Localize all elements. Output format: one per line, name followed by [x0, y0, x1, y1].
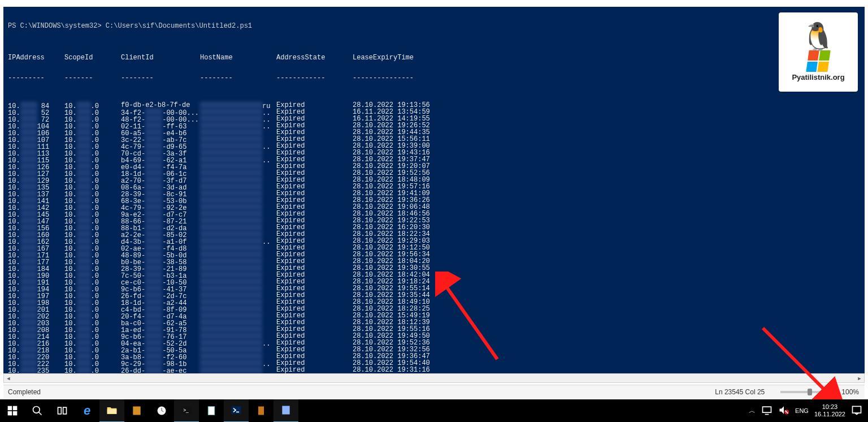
cell-clientid: ba-c0--62-a5 — [121, 319, 200, 326]
cell-clientid: 4c-79--92-2e — [121, 204, 200, 210]
tray-volume-muted-icon[interactable] — [778, 404, 789, 417]
cell-hostname — [200, 129, 276, 136]
table-row: 10.21410..09c-b6--76-17Expired28.10.2022… — [8, 333, 860, 339]
search-icon[interactable] — [25, 399, 50, 422]
watermark-logo: 🐧 Pyatilistnik.org — [779, 12, 858, 92]
cell-ipaddress: 10.202 — [8, 312, 64, 319]
cell-clientid: 9a-e2--d7-c7 — [121, 210, 200, 217]
cell-hostname — [200, 204, 276, 210]
table-row: 10.14210..04c-79--92-2eExpired28.10.2022… — [8, 204, 860, 210]
col-header-ipaddress: IPAddress — [8, 54, 64, 61]
taskbar-app-powershell[interactable] — [224, 399, 249, 422]
table-row: 10.16710..002-ae--f4-d8Expired28.10.2022… — [8, 244, 860, 251]
cell-hostname: .. — [200, 109, 276, 115]
col-header-leaseexpiry: LeaseExpiryTime — [353, 54, 454, 61]
cell-scopeid: 10..0 — [64, 176, 121, 183]
cell-clientid: f0-db-e2-b8-7f-de — [121, 102, 200, 109]
cell-ipaddress: 10.201 — [8, 305, 64, 312]
tray-language[interactable]: ENG — [795, 407, 809, 414]
cell-ipaddress: 10.197 — [8, 292, 64, 299]
cell-hostname: .. — [200, 360, 276, 367]
cell-scopeid: 10..0 — [64, 339, 121, 346]
taskbar-app-clock[interactable] — [149, 399, 174, 422]
taskbar-app-1[interactable] — [124, 399, 149, 422]
table-row: 10.22010..03a-b8--f2-60Expired28.10.2022… — [8, 353, 860, 360]
table-row: 10.11510..0b4-69--62-a1..Expired28.10.20… — [8, 156, 860, 163]
cell-scopeid: 10..0 — [64, 272, 121, 278]
cell-hostname — [200, 292, 276, 299]
cell-hostname: .. — [200, 339, 276, 346]
cell-hostname — [200, 258, 276, 265]
start-button[interactable] — [0, 399, 25, 422]
taskbar-app-5[interactable] — [274, 399, 298, 422]
cell-scopeid: 10..0 — [64, 210, 121, 217]
cell-scopeid: 10..0 — [64, 143, 121, 149]
cell-scopeid: 10..0 — [64, 129, 121, 136]
taskbar-app-notes[interactable] — [199, 399, 224, 422]
svg-rect-21 — [763, 407, 771, 412]
tray-clock[interactable]: 10:23 16.11.2022 — [814, 403, 845, 418]
cell-hostname — [200, 217, 276, 224]
cell-clientid: b4-69--62-a1 — [121, 156, 200, 163]
cell-ipaddress: 10.141 — [8, 197, 64, 204]
watermark-text: Pyatilistnik.org — [792, 73, 844, 81]
zoom-slider[interactable] — [780, 391, 837, 393]
cell-clientid: 4c-79--d9-65 — [121, 143, 200, 149]
cell-hostname — [200, 183, 276, 190]
svg-rect-11 — [133, 407, 140, 415]
cell-hostname: .. — [200, 143, 276, 149]
cell-clientid: 18-1d--a2-44 — [121, 299, 200, 305]
taskbar-app-cmd[interactable]: >_ — [174, 399, 199, 422]
table-row: 10. 5210..034-f2--00-00.....Expired16.11… — [8, 109, 860, 115]
cell-clientid: 60-a5--e4-b6 — [121, 129, 200, 136]
cell-ipaddress: 10.160 — [8, 231, 64, 238]
horizontal-scrollbar[interactable]: ◄ ► — [3, 373, 865, 383]
taskbar-app-explorer[interactable] — [99, 399, 124, 422]
cell-clientid: a2-70--3f-d7 — [121, 176, 200, 183]
zoom-level: 100% — [841, 388, 865, 396]
scroll-track[interactable] — [13, 374, 855, 382]
cell-scopeid: 10..0 — [64, 292, 121, 299]
cell-clientid: 04-ea--52-2d — [121, 339, 200, 346]
tray-network-icon[interactable] — [761, 404, 772, 417]
table-row: 10.15610..088-b1--d2-daExpired28.10.2022… — [8, 224, 860, 231]
cell-scopeid: 10..0 — [64, 346, 121, 353]
cell-scopeid: 10..0 — [64, 244, 121, 251]
scroll-right-arrow-icon[interactable]: ► — [855, 374, 864, 382]
cell-scopeid: 10..0 — [64, 305, 121, 312]
powershell-output-pane[interactable]: PS C:\WINDOWS\system32> C:\Users\sif\Doc… — [3, 7, 865, 373]
scroll-left-arrow-icon[interactable]: ◄ — [4, 374, 13, 382]
cell-scopeid: 10..0 — [64, 122, 121, 129]
cell-ipaddress: 10.126 — [8, 163, 64, 170]
task-view-icon[interactable] — [50, 399, 75, 422]
status-text: Completed — [3, 388, 715, 396]
cell-hostname — [200, 149, 276, 156]
cell-clientid: 48-89--5b-0d — [121, 251, 200, 258]
table-row: 10.14510..09a-e2--d7-c7Expired28.10.2022… — [8, 210, 860, 217]
tray-chevron-icon[interactable]: ︿ — [749, 406, 756, 416]
cell-scopeid: 10..0 — [64, 197, 121, 204]
cell-scopeid: 10..0 — [64, 136, 121, 143]
taskbar[interactable]: e >_ ︿ ENG 10:23 16.11.2022 — [0, 399, 868, 422]
cell-hostname — [200, 265, 276, 272]
cell-scopeid: 10..0 — [64, 333, 121, 339]
cell-hostname: .. — [200, 115, 276, 122]
cell-scopeid: 10..0 — [64, 319, 121, 326]
taskbar-app-ie[interactable]: e — [75, 399, 99, 422]
cell-ipaddress: 10.113 — [8, 149, 64, 156]
system-tray[interactable]: ︿ ENG 10:23 16.11.2022 — [749, 403, 868, 418]
cell-hostname — [200, 333, 276, 339]
cell-ipaddress: 10.198 — [8, 299, 64, 305]
taskbar-app-4[interactable] — [249, 399, 274, 422]
table-row: 10.16010..0a2-2e--85-02Expired28.10.2022… — [8, 231, 860, 238]
tray-notifications-icon[interactable] — [851, 404, 862, 417]
table-underline: --------- ------- -------- -------- ----… — [8, 75, 860, 81]
penguin-icon: 🐧 — [801, 23, 835, 50]
cell-hostname — [200, 210, 276, 217]
cell-ipaddress: 10.156 — [8, 224, 64, 231]
svg-rect-10 — [107, 409, 117, 414]
cell-clientid: e0-d4--f4-7a — [121, 163, 200, 170]
cell-scopeid: 10..0 — [64, 156, 121, 163]
svg-rect-8 — [58, 407, 62, 414]
svg-rect-19 — [258, 407, 264, 415]
